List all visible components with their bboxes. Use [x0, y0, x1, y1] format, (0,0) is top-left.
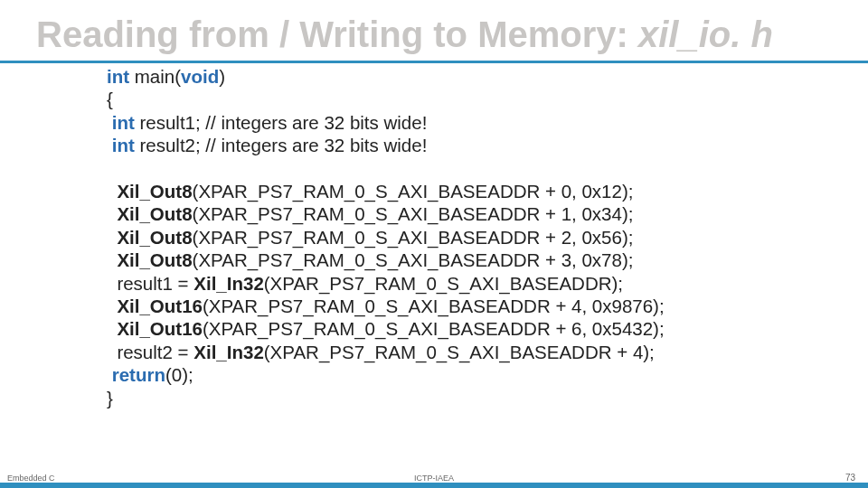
- code-line: int main(void): [107, 65, 868, 88]
- code-line: return(0);: [107, 363, 868, 386]
- keyword-int: int: [107, 66, 129, 87]
- slide: Reading from / Writing to Memory: xil_io…: [0, 0, 868, 488]
- fn-xil-out16: Xil_Out16: [107, 318, 203, 339]
- code-line: Xil_Out8(XPAR_PS7_RAM_0_S_AXI_BASEADDR +…: [107, 180, 868, 202]
- keyword-void: void: [181, 66, 219, 87]
- footer-bar: [0, 483, 868, 488]
- title-file: xil_io. h: [638, 14, 773, 54]
- code-line: }: [107, 387, 868, 409]
- page-number: 73: [845, 473, 855, 483]
- keyword-int: int: [107, 112, 135, 133]
- code-line: [107, 157, 868, 180]
- footer-left: Embedded C: [7, 474, 55, 483]
- fn-xil-out8: Xil_Out8: [107, 249, 193, 270]
- code-line: Xil_Out16(XPAR_PS7_RAM_0_S_AXI_BASEADDR …: [107, 295, 868, 317]
- title-text: Reading from / Writing to Memory:: [36, 14, 638, 54]
- keyword-int: int: [107, 135, 135, 155]
- code-line: int result2; // integers are 32 bits wid…: [107, 134, 868, 156]
- code-line: int result1; // integers are 32 bits wid…: [107, 111, 868, 134]
- fn-xil-out8: Xil_Out8: [107, 181, 193, 202]
- code-block: int main(void) { int result1; // integer…: [0, 63, 868, 409]
- code-line: Xil_Out8(XPAR_PS7_RAM_0_S_AXI_BASEADDR +…: [107, 226, 868, 249]
- fn-xil-in32: Xil_In32: [193, 273, 264, 294]
- fn-xil-out16: Xil_Out16: [107, 296, 203, 316]
- code-line: result1 = Xil_In32(XPAR_PS7_RAM_0_S_AXI_…: [107, 272, 868, 295]
- code-line: Xil_Out8(XPAR_PS7_RAM_0_S_AXI_BASEADDR +…: [107, 249, 868, 271]
- code-line: Xil_Out16(XPAR_PS7_RAM_0_S_AXI_BASEADDR …: [107, 317, 868, 340]
- code-line: Xil_Out8(XPAR_PS7_RAM_0_S_AXI_BASEADDR +…: [107, 202, 868, 225]
- keyword-return: return: [107, 364, 165, 385]
- fn-xil-in32: Xil_In32: [193, 342, 264, 362]
- slide-title: Reading from / Writing to Memory: xil_io…: [0, 0, 868, 63]
- code-line: {: [107, 88, 868, 110]
- fn-xil-out8: Xil_Out8: [107, 227, 193, 248]
- footer-center: ICTP-IAEA: [414, 474, 454, 483]
- fn-xil-out8: Xil_Out8: [107, 203, 193, 224]
- code-line: result2 = Xil_In32(XPAR_PS7_RAM_0_S_AXI_…: [107, 341, 868, 363]
